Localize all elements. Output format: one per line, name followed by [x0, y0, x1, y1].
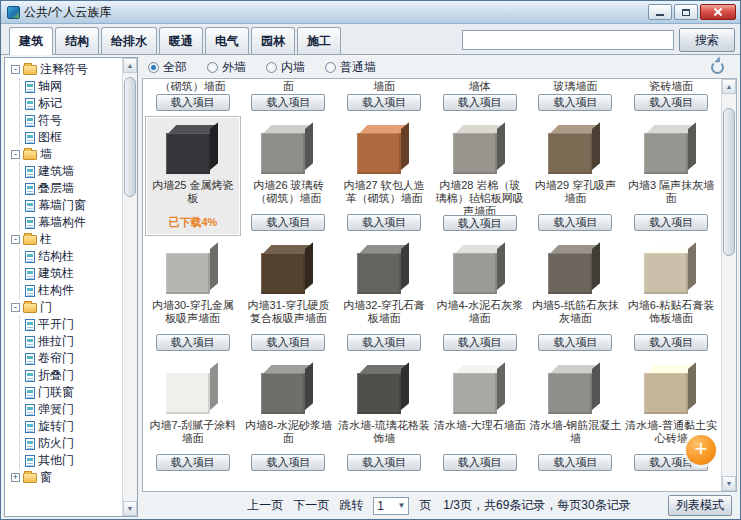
- radio-option-普通墙[interactable]: 普通墙: [325, 59, 376, 76]
- family-tile[interactable]: 清水墙-琉璃花格装饰墙载入项目: [336, 356, 432, 476]
- load-into-project-button[interactable]: 载入项目: [347, 454, 421, 471]
- family-tile[interactable]: 内墙28 岩棉（玻璃棉）毡铝板网吸声墙面载入项目: [432, 116, 528, 236]
- load-into-project-button[interactable]: 载入项目: [634, 94, 708, 111]
- tab-暖通[interactable]: 暖通: [159, 27, 203, 54]
- family-tile[interactable]: 内墙25 金属烤瓷板已下载4%: [145, 116, 241, 236]
- family-tile[interactable]: 内墙31-穿孔硬质复合板吸声墙面载入项目: [241, 236, 337, 356]
- load-into-project-button[interactable]: 载入项目: [347, 214, 421, 231]
- load-into-project-button[interactable]: 载入项目: [634, 214, 708, 231]
- expander-icon[interactable]: -: [11, 150, 20, 159]
- load-into-project-button[interactable]: 载入项目: [156, 94, 230, 111]
- load-into-project-button[interactable]: 载入项目: [251, 94, 325, 111]
- tree-item-图框[interactable]: 图框: [23, 129, 122, 146]
- scroll-up-icon[interactable]: ▲: [123, 58, 137, 73]
- radio-option-外墙[interactable]: 外墙: [207, 59, 246, 76]
- refresh-icon[interactable]: [711, 61, 724, 74]
- load-into-project-button[interactable]: 载入项目: [538, 334, 612, 351]
- load-into-project-button[interactable]: 载入项目: [443, 334, 517, 351]
- maximize-button[interactable]: [674, 4, 698, 20]
- family-tile-partial[interactable]: （砌筑）墙面载入项目: [145, 79, 241, 116]
- family-tile-partial[interactable]: 墙面载入项目: [336, 79, 432, 116]
- load-into-project-button[interactable]: 载入项目: [634, 334, 708, 351]
- tab-园林[interactable]: 园林: [251, 27, 295, 54]
- tree-folder-窗[interactable]: +窗: [7, 469, 122, 486]
- tree-item-幕墙门窗[interactable]: 幕墙门窗: [23, 197, 122, 214]
- load-into-project-button[interactable]: 载入项目: [251, 214, 325, 231]
- tree-folder-墙[interactable]: -墙: [7, 146, 122, 163]
- family-tile-partial[interactable]: 玻璃墙面载入项目: [528, 79, 624, 116]
- next-page-button[interactable]: 下一页: [293, 497, 329, 514]
- tab-建筑[interactable]: 建筑: [9, 27, 53, 55]
- load-into-project-button[interactable]: 载入项目: [443, 454, 517, 471]
- page-select[interactable]: 1 ▼: [373, 497, 409, 515]
- close-button[interactable]: [700, 4, 736, 20]
- minimize-button[interactable]: [648, 4, 672, 20]
- family-tile[interactable]: 内墙30-穿孔金属板吸声墙面载入项目: [145, 236, 241, 356]
- tree-item-折叠门[interactable]: 折叠门: [23, 367, 122, 384]
- expander-icon[interactable]: -: [11, 235, 20, 244]
- search-input[interactable]: [462, 30, 674, 50]
- expander-icon[interactable]: +: [11, 473, 20, 482]
- tree-item-柱构件[interactable]: 柱构件: [23, 282, 122, 299]
- tree-item-轴网[interactable]: 轴网: [23, 78, 122, 95]
- load-into-project-button[interactable]: 载入项目: [443, 215, 517, 231]
- expander-icon[interactable]: -: [11, 303, 20, 312]
- scroll-down-icon[interactable]: ▼: [722, 476, 736, 491]
- family-tile[interactable]: 内墙3 隔声抹灰墙面载入项目: [623, 116, 719, 236]
- tree-folder-注释符号[interactable]: -注释符号: [7, 61, 122, 78]
- family-tile[interactable]: 内墙4-水泥石灰浆墙面载入项目: [432, 236, 528, 356]
- tree-item-建筑柱[interactable]: 建筑柱: [23, 265, 122, 282]
- family-tile[interactable]: 清水墙-大理石墙面载入项目: [432, 356, 528, 476]
- content-scrollbar[interactable]: ▲ ▼: [721, 79, 736, 491]
- tree-item-标记[interactable]: 标记: [23, 95, 122, 112]
- tree-scrollbar-thumb[interactable]: [124, 77, 136, 197]
- family-tile[interactable]: 内墙7-刮腻子涂料墙面载入项目: [145, 356, 241, 476]
- load-into-project-button[interactable]: 载入项目: [251, 454, 325, 471]
- family-tile[interactable]: 清水墙-钢筋混凝土墙载入项目: [528, 356, 624, 476]
- tree-item-叠层墙[interactable]: 叠层墙: [23, 180, 122, 197]
- family-tile[interactable]: 内墙26 玻璃砖（砌筑）墙面载入项目: [241, 116, 337, 236]
- tree-item-卷帘门[interactable]: 卷帘门: [23, 350, 122, 367]
- family-tile[interactable]: 内墙29 穿孔吸声墙面载入项目: [528, 116, 624, 236]
- tree-scrollbar-track[interactable]: [123, 73, 137, 501]
- tree-item-建筑墙[interactable]: 建筑墙: [23, 163, 122, 180]
- family-tile[interactable]: 内墙6-粘贴石膏装饰板墙面载入项目: [623, 236, 719, 356]
- tree-scrollbar[interactable]: ▲ ▼: [122, 58, 137, 516]
- tree-item-结构柱[interactable]: 结构柱: [23, 248, 122, 265]
- tree-folder-门[interactable]: -门: [7, 299, 122, 316]
- load-into-project-button[interactable]: 载入项目: [156, 334, 230, 351]
- prev-page-button[interactable]: 上一页: [247, 497, 283, 514]
- tab-电气[interactable]: 电气: [205, 27, 249, 54]
- tree-item-推拉门[interactable]: 推拉门: [23, 333, 122, 350]
- load-into-project-button[interactable]: 载入项目: [347, 334, 421, 351]
- tree-item-幕墙构件[interactable]: 幕墙构件: [23, 214, 122, 231]
- family-tile-partial[interactable]: 墙体载入项目: [432, 79, 528, 116]
- tree-item-平开门[interactable]: 平开门: [23, 316, 122, 333]
- add-fab-button[interactable]: +: [686, 435, 716, 465]
- tree-folder-柱[interactable]: -柱: [7, 231, 122, 248]
- tab-结构[interactable]: 结构: [55, 27, 99, 54]
- load-into-project-button[interactable]: 载入项目: [538, 94, 612, 111]
- tree-item-旋转门[interactable]: 旋转门: [23, 418, 122, 435]
- tree-item-其他门[interactable]: 其他门: [23, 452, 122, 469]
- list-mode-button[interactable]: 列表模式: [668, 495, 732, 516]
- load-into-project-button[interactable]: 载入项目: [156, 454, 230, 471]
- content-scrollbar-thumb[interactable]: [723, 108, 735, 256]
- expander-icon[interactable]: -: [11, 65, 20, 74]
- scroll-up-icon[interactable]: ▲: [722, 79, 736, 94]
- family-tile[interactable]: 内墙8-水泥砂浆墙面载入项目: [241, 356, 337, 476]
- load-into-project-button[interactable]: 载入项目: [251, 334, 325, 351]
- family-tile[interactable]: 内墙5-纸筋石灰抹灰墙面载入项目: [528, 236, 624, 356]
- tree-item-防火门[interactable]: 防火门: [23, 435, 122, 452]
- family-tile-partial[interactable]: 瓷砖墙面载入项目: [623, 79, 719, 116]
- family-tile-partial[interactable]: 面载入项目: [241, 79, 337, 116]
- tab-给排水[interactable]: 给排水: [101, 27, 157, 54]
- tree-item-弹簧门[interactable]: 弹簧门: [23, 401, 122, 418]
- radio-option-内墙[interactable]: 内墙: [266, 59, 305, 76]
- search-button[interactable]: 搜索: [679, 28, 735, 52]
- content-scrollbar-track[interactable]: [722, 94, 736, 476]
- family-tile[interactable]: 内墙32-穿孔石膏板墙面载入项目: [336, 236, 432, 356]
- load-into-project-button[interactable]: 载入项目: [538, 454, 612, 471]
- family-tile[interactable]: 内墙27 软包人造革（砌筑）墙面载入项目: [336, 116, 432, 236]
- load-into-project-button[interactable]: 载入项目: [538, 214, 612, 231]
